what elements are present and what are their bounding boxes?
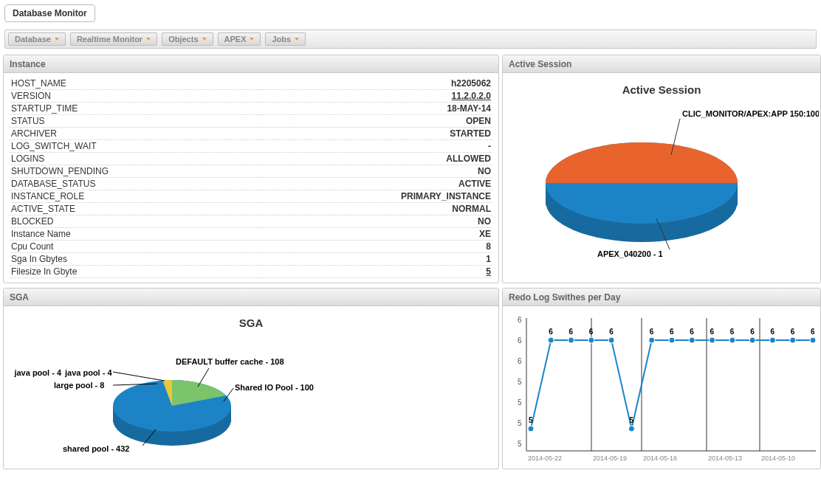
database-monitor-button[interactable]: Database Monitor <box>4 4 95 22</box>
table-row: SHUTDOWN_PENDINGNO <box>10 165 492 178</box>
table-row: BLOCKEDNO <box>10 215 492 228</box>
svg-text:5: 5 <box>518 378 522 386</box>
chart-point[interactable] <box>790 337 796 343</box>
menu-item-apex[interactable]: APEX <box>218 32 261 46</box>
instance-value: STARTED <box>260 128 492 140</box>
instance-key: Cpu Count <box>10 241 260 253</box>
table-row: ARCHIVERSTARTED <box>10 128 492 140</box>
instance-value: h2205062 <box>260 77 492 90</box>
chart-point[interactable] <box>669 337 675 343</box>
table-row: VERSION11.2.0.2.0 <box>10 90 492 103</box>
active-session-region-header: Active Session <box>503 55 820 73</box>
menu-item-objects[interactable]: Objects <box>162 32 213 46</box>
chart-point[interactable] <box>749 337 755 343</box>
chart-point[interactable] <box>588 337 594 343</box>
instance-value: XE <box>260 228 492 241</box>
svg-line-11 <box>113 372 165 381</box>
instance-value: OPEN <box>260 115 492 128</box>
active-session-region: Active Session Active Session CLIC_MONIT… <box>502 55 821 283</box>
chart-data-label: 6 <box>589 328 594 336</box>
chart-point[interactable] <box>710 337 715 343</box>
chart-point[interactable] <box>689 337 695 343</box>
svg-line-8 <box>198 368 209 387</box>
menu-item-label: Objects <box>168 35 198 44</box>
menu-item-database[interactable]: Database <box>8 32 66 46</box>
pie-label-top: CLIC_MONITOR/APEX:APP 150:1001 - <box>682 109 819 118</box>
instance-value: ACTIVE <box>260 178 492 190</box>
main-menu-bar: DatabaseRealtime MonitorObjectsAPEXJobs <box>4 30 817 49</box>
instance-region-header: Instance <box>4 55 498 73</box>
chevron-down-icon <box>250 38 254 41</box>
chart-point[interactable] <box>769 337 775 343</box>
chart-point[interactable] <box>628 426 634 432</box>
redo-log-region: Redo Log Swithes per Day 6 6 6 5 5 5 5 <box>502 288 821 469</box>
chart-point[interactable] <box>548 337 554 343</box>
table-row: STATUSOPEN <box>10 115 492 128</box>
instance-value: 18-MAY-14 <box>260 103 492 115</box>
instance-value: 1 <box>260 253 492 266</box>
chart-point[interactable] <box>568 337 574 343</box>
chart-data-label: 6 <box>670 328 674 336</box>
sga-region: SGA SGA DEFAULT buffer cache - 108 Share… <box>3 288 499 469</box>
chart-data-label: 6 <box>811 328 815 336</box>
instance-key: Filesize In Gbyte <box>10 266 260 278</box>
chevron-down-icon <box>55 38 59 41</box>
svg-text:6: 6 <box>518 357 522 365</box>
chevron-down-icon <box>295 38 299 41</box>
chart-data-label: 5 <box>629 416 633 424</box>
instance-key: Instance Name <box>10 228 260 241</box>
table-row: LOGINSALLOWED <box>10 153 492 165</box>
chart-data-label: 6 <box>690 328 694 336</box>
instance-value: NO <box>260 165 492 178</box>
table-row: Sga In Gbytes1 <box>10 253 492 266</box>
menu-item-jobs[interactable]: Jobs <box>265 32 306 46</box>
table-row: Cpu Count8 <box>10 241 492 253</box>
svg-text:2014-05-22: 2014-05-22 <box>528 455 562 462</box>
chart-data-label: 6 <box>791 328 795 336</box>
chart-data-label: 6 <box>750 328 755 336</box>
chart-point[interactable] <box>810 337 816 343</box>
table-row: DATABASE_STATUSACTIVE <box>10 178 492 190</box>
svg-text:5: 5 <box>518 419 522 427</box>
sga-chart-title: SGA <box>10 317 492 329</box>
instance-key: BLOCKED <box>10 215 260 228</box>
svg-text:6: 6 <box>518 336 522 345</box>
instance-value: NO <box>260 215 492 228</box>
instance-region: Instance HOST_NAMEh2205062VERSION11.2.0.… <box>3 55 499 283</box>
instance-key: ARCHIVER <box>10 128 260 140</box>
svg-text:5: 5 <box>518 440 522 448</box>
chevron-down-icon <box>146 38 151 41</box>
chart-point[interactable] <box>649 337 655 343</box>
chart-data-label: 6 <box>770 328 774 336</box>
svg-text:5: 5 <box>518 398 522 407</box>
instance-key: LOGINS <box>10 153 260 165</box>
instance-value: NORMAL <box>260 203 492 215</box>
chart-data-label: 6 <box>549 328 553 336</box>
chevron-down-icon <box>202 38 207 41</box>
instance-key: LOG_SWITCH_WAIT <box>10 140 260 153</box>
chart-point[interactable] <box>729 337 735 343</box>
svg-text:2014-05-10: 2014-05-10 <box>761 455 795 462</box>
instance-key: Sga In Gbytes <box>10 253 260 266</box>
menu-item-label: Database <box>15 35 51 44</box>
redo-log-region-header: Redo Log Swithes per Day <box>503 289 820 306</box>
instance-value: PRIMARY_INSTANCE <box>260 190 492 203</box>
sga-pie-chart: DEFAULT buffer cache - 108 Shared IO Poo… <box>10 335 497 469</box>
chart-point[interactable] <box>608 337 614 343</box>
instance-value[interactable]: 11.2.0.2.0 <box>260 90 492 103</box>
chart-data-label: 6 <box>710 328 715 336</box>
svg-text:6: 6 <box>518 316 522 324</box>
instance-key: STATUS <box>10 115 260 128</box>
instance-value[interactable]: 5 <box>260 266 492 278</box>
chart-data-label: 6 <box>730 328 735 336</box>
sga-label-large-pool: large pool - 8 <box>54 381 104 390</box>
chart-point[interactable] <box>528 426 534 432</box>
sga-label-shared-io: Shared IO Pool - 100 <box>235 383 314 392</box>
chart-data-label: 6 <box>650 328 654 336</box>
instance-key: INSTANCE_ROLE <box>10 190 260 203</box>
pie-label-bottom: APEX_040200 - 1 <box>597 249 663 258</box>
table-row: LOG_SWITCH_WAIT- <box>10 140 492 153</box>
table-row: Filesize In Gbyte5 <box>10 266 492 278</box>
instance-value: ALLOWED <box>260 153 492 165</box>
menu-item-realtime-monitor[interactable]: Realtime Monitor <box>70 32 157 46</box>
